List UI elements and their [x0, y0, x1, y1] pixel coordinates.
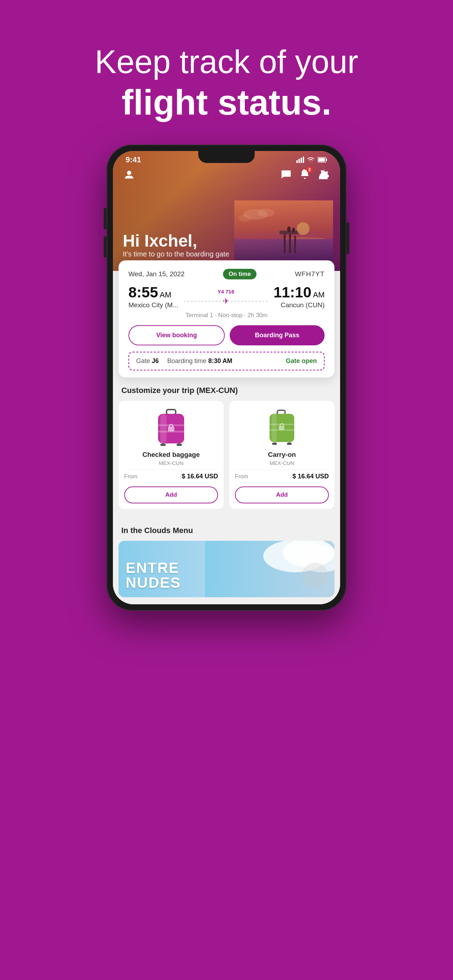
svg-rect-5 [294, 235, 296, 253]
phone-notch [198, 151, 255, 163]
baggage-icon [153, 408, 189, 447]
svg-rect-14 [299, 159, 300, 163]
svg-rect-32 [272, 414, 277, 442]
svg-rect-4 [289, 234, 291, 253]
boarding-pass-button[interactable]: Boarding Pass [230, 325, 324, 345]
gate-status: Gate open [286, 357, 317, 365]
hero-line2: flight status. [95, 81, 358, 124]
stops-info: Non-stop [218, 312, 242, 318]
baggage-add-button[interactable]: Add [124, 487, 218, 503]
status-time: 9:41 [126, 155, 141, 164]
header-right-icons: 3 [280, 168, 330, 181]
boarding-time-value: 8:30 AM [208, 357, 232, 364]
scroll-content: Wed, Jan 15, 2022 On time WFH7YT 8:55 AM… [113, 260, 340, 604]
svg-point-11 [238, 215, 252, 221]
flight-buttons: View booking Boarding Pass [129, 325, 324, 345]
svg-rect-13 [296, 160, 298, 163]
clouds-banner-bg [205, 541, 334, 597]
baggage-route: MEX-CUN [159, 460, 183, 466]
clouds-banner[interactable]: ENTRE NUDES [119, 541, 334, 597]
boarding-time-label: Boarding time 8:30 AM [167, 357, 232, 365]
hero-section: Keep track of your flight status. [67, 0, 387, 145]
dashed-line-left [184, 301, 221, 302]
clouds-text-line2: NUDES [126, 575, 181, 590]
view-booking-button[interactable]: View booking [129, 325, 225, 345]
svg-point-35 [272, 442, 277, 445]
wifi-icon [307, 157, 315, 163]
greeting-name: Hi Ixchel, [123, 232, 229, 250]
phone-screen: 9:41 [113, 151, 340, 604]
svg-rect-22 [167, 410, 176, 415]
clouds-banner-text: ENTRE NUDES [126, 560, 181, 590]
products-row: Checked baggage MEX-CUN From $ 16.64 USD… [113, 401, 340, 517]
flight-times: 8:55 AM Mexico City (M... Y4 716 ✈ [129, 285, 324, 309]
svg-point-8 [292, 228, 295, 232]
flight-line: ✈ [184, 297, 268, 306]
phone-mockup: 9:41 [106, 145, 347, 611]
chat-icon-button[interactable] [280, 168, 292, 181]
phone-vol-up-btn [104, 208, 106, 229]
duration-info: 2h 30m [248, 312, 268, 318]
svg-rect-3 [284, 232, 286, 253]
hero-line1: Keep track of your [95, 42, 358, 81]
status-icons [296, 157, 327, 163]
svg-rect-16 [303, 157, 304, 163]
settings-icon-button[interactable] [318, 168, 330, 181]
svg-point-7 [287, 226, 291, 232]
dashed-line-right [230, 301, 268, 302]
phone-frame: 9:41 [106, 145, 347, 611]
svg-point-20 [127, 171, 131, 175]
flight-date: Wed, Jan 15, 2022 [129, 270, 184, 278]
svg-point-12 [297, 222, 309, 235]
dot-separator2: · [244, 312, 247, 318]
svg-rect-18 [326, 159, 327, 161]
flight-card: Wed, Jan 15, 2022 On time WFH7YT 8:55 AM… [119, 260, 334, 377]
booking-ref: WFH7YT [295, 270, 324, 278]
carryon-product-name: Carry-on [268, 451, 296, 458]
clouds-section: In the Clouds Menu [113, 517, 340, 604]
carryon-price-row: From $ 16.64 USD [235, 469, 329, 483]
flight-info-row: Terminal 1 · Non-stop · 2h 30m [129, 312, 324, 319]
arrival-city: Cancun (CUN) [273, 301, 324, 309]
arrival-time: 11:10 AM [273, 285, 324, 300]
departure-city: Mexico City (M... [129, 301, 178, 309]
green-suitcase-svg [267, 410, 296, 445]
svg-point-36 [287, 442, 292, 445]
dot-separator1: · [215, 312, 218, 318]
departure-block: 8:55 AM Mexico City (M... [129, 285, 178, 309]
user-icon-button[interactable] [123, 168, 135, 181]
departure-time: 8:55 AM [129, 285, 178, 300]
plane-icon: ✈ [223, 297, 229, 306]
customize-section: Customize your trip (MEX-CUN) [113, 377, 340, 517]
carryon-route: MEX-CUN [270, 460, 294, 466]
gate-number: J6 [152, 357, 159, 364]
gate-label: Gate J6 [136, 357, 159, 365]
svg-point-10 [257, 208, 275, 217]
baggage-from: From [124, 473, 137, 480]
terminal-info: Terminal 1 [186, 312, 213, 318]
svg-point-42 [302, 563, 328, 589]
flight-card-header: Wed, Jan 15, 2022 On time WFH7YT [129, 269, 324, 279]
svg-point-28 [176, 444, 182, 446]
phone-power-btn [347, 222, 349, 254]
svg-rect-15 [300, 158, 302, 163]
app-header: 9:41 [113, 151, 340, 271]
carryon-from: From [235, 473, 248, 480]
gate-info: Gate J6 Boarding time 8:30 AM Gate open [129, 352, 324, 371]
phone-vol-down-btn [104, 236, 106, 258]
clouds-title: In the Clouds Menu [113, 517, 340, 541]
carryon-add-button[interactable]: Add [235, 487, 329, 503]
carryon-price: $ 16.64 USD [292, 473, 329, 480]
product-card-carryon: Carry-on MEX-CUN From $ 16.64 USD Add [229, 401, 334, 509]
clouds-text-line1: ENTRE [126, 560, 181, 575]
pink-suitcase-svg [155, 409, 187, 446]
svg-rect-24 [160, 414, 167, 444]
header-top-bar: 3 [113, 168, 340, 181]
svg-point-27 [160, 444, 166, 446]
customize-title: Customize your trip (MEX-CUN) [113, 377, 340, 401]
notification-badge: 3 [306, 167, 313, 173]
flight-number: Y4 716 [218, 289, 235, 294]
bell-icon-button[interactable]: 3 [299, 168, 311, 181]
battery-icon [318, 157, 327, 162]
arrival-block: 11:10 AM Cancun (CUN) [273, 285, 324, 309]
